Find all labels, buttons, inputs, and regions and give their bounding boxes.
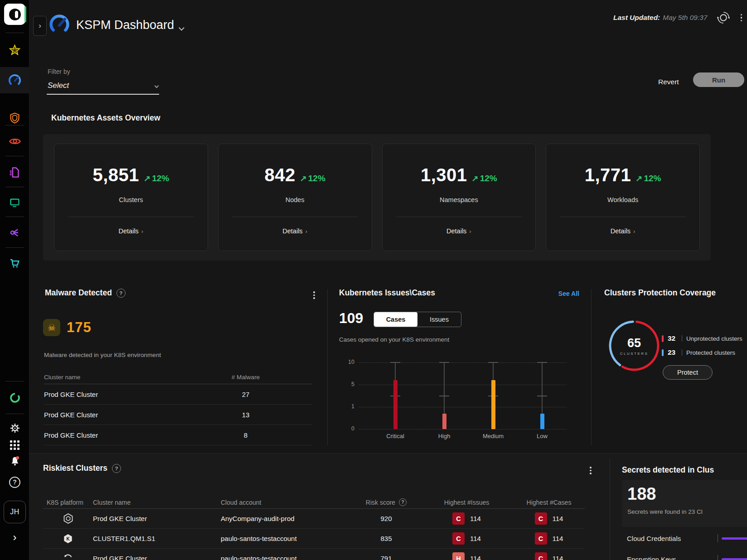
- y-axis-tick: 5: [339, 381, 354, 387]
- run-button[interactable]: Run: [693, 72, 744, 87]
- table-row[interactable]: Prod GKE Cluster7: [44, 445, 312, 453]
- trend-badge: ↗12%: [144, 174, 169, 183]
- cases-subtitle: Cases opened on your K8S environment: [339, 336, 449, 343]
- openshift-platform-icon: [43, 553, 93, 560]
- chevron-down-icon: [155, 83, 159, 88]
- whisker-cap: [439, 362, 449, 363]
- malware-count: ☠ 175: [43, 319, 92, 336]
- sidebar-item-marketplace[interactable]: [0, 250, 29, 275]
- sidebar-item-favorites[interactable]: [0, 37, 29, 63]
- revert-button[interactable]: Revert: [655, 76, 683, 88]
- trend-up-icon: ↗: [635, 174, 642, 183]
- sidebar-item-shield[interactable]: [0, 105, 29, 130]
- toggle-issues[interactable]: Issues: [417, 312, 461, 327]
- secrets-bar: [722, 537, 747, 540]
- severity-badge: C: [535, 532, 547, 545]
- chevron-right-icon: ›: [633, 228, 635, 235]
- gridline: [359, 385, 567, 385]
- list-item[interactable]: Cloud Credentials: [627, 534, 747, 542]
- clusters-total-label: CLUSTERS: [620, 352, 649, 356]
- toggle-cases[interactable]: Cases: [374, 312, 417, 327]
- filter-by-label: Filter by: [48, 68, 70, 75]
- divider: [5, 414, 24, 414]
- divider: [718, 534, 718, 542]
- divider: [5, 156, 24, 156]
- stat-value: 1,301: [421, 165, 467, 185]
- app-logo[interactable]: [4, 4, 25, 25]
- sidebar-item-help[interactable]: ?: [0, 473, 29, 492]
- stat-card-clusters: 5,851 ↗12% Clusters Details›: [54, 144, 208, 251]
- sidebar-item-connections[interactable]: [0, 220, 29, 245]
- protect-button[interactable]: Protect: [663, 365, 713, 380]
- avatar-initials: JH: [10, 508, 19, 516]
- kubernetes-platform-icon: K: [43, 533, 93, 544]
- sidebar-item-status-ring[interactable]: [0, 385, 29, 410]
- divider: [68, 217, 194, 217]
- severity-bar-critical: [393, 380, 398, 429]
- middle-widgets-band: Malware Detected? ☠ 175 Malware detected…: [0, 272, 747, 453]
- whisker-cap: [439, 396, 449, 396]
- header-menu-kebab[interactable]: [739, 13, 744, 23]
- details-link[interactable]: Details›: [611, 227, 635, 235]
- avatar[interactable]: JH: [4, 501, 26, 523]
- stat-card-nodes: 842 ↗12% Nodes Details›: [218, 144, 372, 251]
- severity-bar-medium: [491, 380, 495, 429]
- sidebar-item-kspm[interactable]: [0, 67, 29, 93]
- details-link[interactable]: Details›: [446, 227, 471, 235]
- see-all-link[interactable]: See All: [547, 290, 579, 297]
- panel-collapse-button[interactable]: ›: [33, 16, 47, 36]
- cases-cell: C114: [513, 552, 585, 560]
- secrets-subtitle: Secrets were found in 23 Cl: [627, 508, 747, 515]
- cases-cell: C114: [513, 532, 585, 545]
- refresh-icon[interactable]: [717, 11, 730, 24]
- table-row[interactable]: Prod GKE Cluster27: [44, 384, 312, 405]
- list-item[interactable]: Encryption Keys: [627, 555, 747, 560]
- svg-text:K: K: [66, 536, 70, 541]
- sidebar-item-workstation[interactable]: [0, 190, 29, 215]
- filter-select[interactable]: Select: [47, 80, 159, 95]
- table-row[interactable]: Prod GKE Cluster13: [44, 405, 312, 425]
- malware-table-header: Cluster name# Malware: [44, 371, 312, 384]
- share-network-icon: [9, 227, 21, 239]
- details-link[interactable]: Details›: [282, 227, 307, 235]
- last-updated-label: Last Updated:: [613, 14, 660, 21]
- last-updated: Last Updated:May 5th 09:37: [613, 14, 708, 22]
- help-icon[interactable]: ?: [399, 498, 407, 506]
- divider: [5, 381, 24, 381]
- stat-label: Namespaces: [440, 196, 478, 203]
- shield-icon: [9, 112, 21, 124]
- sidebar-item-settings[interactable]: [0, 419, 29, 438]
- malware-menu-kebab[interactable]: [312, 290, 316, 300]
- cart-icon: [9, 257, 21, 269]
- stat-value: 1,771: [585, 165, 631, 185]
- x-axis-label: Critical: [375, 433, 416, 439]
- table-row[interactable]: Prod GKE Cluster AnyCompany-audit-prod 9…: [43, 509, 585, 529]
- stat-label: Nodes: [286, 196, 305, 203]
- x-axis-label: High: [424, 433, 465, 439]
- table-row[interactable]: Prod GKE Cluster8: [44, 425, 312, 445]
- help-icon[interactable]: ?: [112, 464, 121, 473]
- divider: [396, 217, 522, 217]
- table-row[interactable]: Prod GKE Cluster paulo-santos-testaccoun…: [43, 549, 585, 560]
- eye-icon: [9, 135, 21, 148]
- sidebar-item-reports[interactable]: [0, 159, 29, 185]
- severity-badge: C: [535, 552, 547, 560]
- sidebar-item-visibility[interactable]: [0, 129, 29, 154]
- severity-badge: C: [452, 512, 465, 525]
- riskiest-clusters-table: K8S platform Cluster name Cloud account …: [43, 496, 585, 560]
- details-link[interactable]: Details›: [119, 227, 144, 235]
- dashboard-switcher[interactable]: [179, 24, 184, 32]
- kspm-header-logo: [49, 14, 70, 37]
- cases-cell: C114: [513, 512, 585, 525]
- help-icon[interactable]: ?: [116, 289, 126, 298]
- legend-item-unprotected: 32 Unprotected clusters: [662, 334, 742, 343]
- clusters-total: 65: [627, 336, 641, 350]
- sidebar-item-notifications[interactable]: [0, 452, 29, 471]
- bottom-widgets-band: Riskiest Clusters? K8S platform Cluster …: [0, 453, 747, 560]
- malware-section-title: Malware Detected?: [45, 288, 126, 298]
- riskiest-table-header: K8S platform Cluster name Cloud account …: [43, 496, 585, 509]
- sidebar-expand-button[interactable]: ›: [0, 528, 29, 547]
- table-row[interactable]: K CLUSTER1.QM1.S1 paulo-santos-testaccou…: [43, 529, 585, 549]
- divider: [232, 217, 358, 217]
- riskiest-menu-kebab[interactable]: [588, 465, 593, 476]
